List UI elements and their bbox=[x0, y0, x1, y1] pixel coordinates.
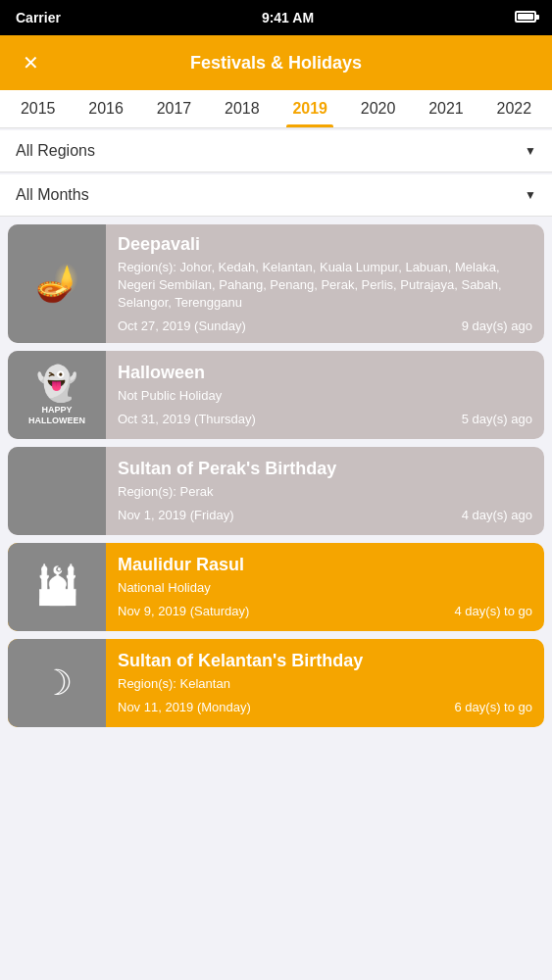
deepavali-region: Region(s): Johor, Kedah, Kelantan, Kuala… bbox=[118, 259, 532, 313]
deepavali-relative: 9 day(s) ago bbox=[462, 318, 532, 333]
kelantan-date: Nov 11, 2019 (Monday) bbox=[118, 700, 251, 714]
halloween-name: Halloween bbox=[118, 363, 532, 383]
maulidur-date: Nov 9, 2019 (Saturday) bbox=[118, 604, 249, 618]
month-dropdown-arrow: ▼ bbox=[525, 188, 536, 202]
halloween-icon: 👻 bbox=[36, 364, 77, 403]
maulidur-region: National Holiday bbox=[118, 579, 532, 597]
filters-section: All Regions ▼ All Months ▼ bbox=[0, 130, 552, 217]
holiday-list: 🪔 Deepavali Region(s): Johor, Kedah, Kel… bbox=[0, 217, 552, 743]
region-filter[interactable]: All Regions ▼ bbox=[0, 130, 552, 172]
page-title: Festivals & Holidays bbox=[45, 53, 507, 74]
halloween-image: 👻 HAPPYHALLOWEEN bbox=[8, 351, 106, 439]
app-header: ✕ Festivals & Holidays bbox=[0, 35, 552, 90]
perak-image bbox=[8, 447, 106, 535]
kelantan-name: Sultan of Kelantan's Birthday bbox=[118, 651, 532, 671]
perak-date-row: Nov 1, 2019 (Friday) 4 day(s) ago bbox=[118, 508, 532, 522]
region-filter-label: All Regions bbox=[16, 142, 95, 160]
year-tab-2020[interactable]: 2020 bbox=[355, 90, 402, 127]
year-tab-2017[interactable]: 2017 bbox=[151, 90, 198, 127]
region-dropdown-arrow: ▼ bbox=[525, 144, 536, 158]
maulidur-relative: 4 day(s) to go bbox=[455, 604, 533, 618]
list-item[interactable]: 🕌 Maulidur Rasul National Holiday Nov 9,… bbox=[8, 543, 544, 631]
battery-icon bbox=[515, 10, 536, 25]
perak-name: Sultan of Perak's Birthday bbox=[118, 459, 532, 479]
halloween-date-row: Oct 31, 2019 (Thursday) 5 day(s) ago bbox=[118, 412, 532, 426]
year-tabs: 2015 2016 2017 2018 2019 2020 2021 2022 bbox=[0, 90, 552, 128]
halloween-region: Not Public Holiday bbox=[118, 387, 532, 405]
halloween-text-overlay: HAPPYHALLOWEEN bbox=[28, 405, 85, 426]
perak-relative: 4 day(s) ago bbox=[462, 508, 532, 522]
deepavali-image: 🪔 bbox=[8, 224, 106, 343]
kelantan-info: Sultan of Kelantan's Birthday Region(s):… bbox=[106, 639, 544, 727]
month-filter-label: All Months bbox=[16, 186, 89, 204]
deepavali-info: Deepavali Region(s): Johor, Kedah, Kelan… bbox=[106, 224, 544, 343]
year-tab-2021[interactable]: 2021 bbox=[423, 90, 470, 127]
maulidur-info: Maulidur Rasul National Holiday Nov 9, 2… bbox=[106, 543, 544, 631]
list-item[interactable]: ☽ Sultan of Kelantan's Birthday Region(s… bbox=[8, 639, 544, 727]
year-tab-2016[interactable]: 2016 bbox=[82, 90, 129, 127]
time-label: 9:41 AM bbox=[61, 10, 515, 25]
deepavali-date: Oct 27, 2019 (Sunday) bbox=[118, 318, 246, 333]
year-tab-2018[interactable]: 2018 bbox=[219, 90, 266, 127]
carrier-label: Carrier bbox=[16, 10, 61, 25]
month-filter[interactable]: All Months ▼ bbox=[0, 174, 552, 217]
list-item[interactable]: 👻 HAPPYHALLOWEEN Halloween Not Public Ho… bbox=[8, 351, 544, 439]
halloween-date: Oct 31, 2019 (Thursday) bbox=[118, 412, 256, 426]
perak-date: Nov 1, 2019 (Friday) bbox=[118, 508, 234, 522]
deepavali-name: Deepavali bbox=[118, 234, 532, 255]
halloween-relative: 5 day(s) ago bbox=[462, 412, 532, 426]
list-item[interactable]: 🪔 Deepavali Region(s): Johor, Kedah, Kel… bbox=[8, 224, 544, 343]
maulidur-image: 🕌 bbox=[8, 543, 106, 631]
maulidur-icon: 🕌 bbox=[34, 564, 80, 611]
kelantan-region: Region(s): Kelantan bbox=[118, 675, 532, 693]
maulidur-date-row: Nov 9, 2019 (Saturday) 4 day(s) to go bbox=[118, 604, 532, 618]
list-item[interactable]: Sultan of Perak's Birthday Region(s): Pe… bbox=[8, 447, 544, 535]
maulidur-name: Maulidur Rasul bbox=[118, 555, 532, 575]
status-bar: Carrier 9:41 AM bbox=[0, 0, 552, 35]
year-tab-2015[interactable]: 2015 bbox=[15, 90, 62, 127]
kelantan-image: ☽ bbox=[8, 639, 106, 727]
kelantan-icon: ☽ bbox=[41, 662, 73, 704]
halloween-info: Halloween Not Public Holiday Oct 31, 201… bbox=[106, 351, 544, 439]
year-tab-2019[interactable]: 2019 bbox=[286, 90, 333, 127]
year-tab-2022[interactable]: 2022 bbox=[491, 90, 538, 127]
deepavali-date-row: Oct 27, 2019 (Sunday) 9 day(s) ago bbox=[118, 318, 532, 333]
close-button[interactable]: ✕ bbox=[16, 48, 45, 77]
kelantan-date-row: Nov 11, 2019 (Monday) 6 day(s) to go bbox=[118, 700, 532, 714]
kelantan-relative: 6 day(s) to go bbox=[455, 700, 533, 714]
perak-info: Sultan of Perak's Birthday Region(s): Pe… bbox=[106, 447, 544, 535]
perak-region: Region(s): Perak bbox=[118, 483, 532, 501]
deepavali-icon: 🪔 bbox=[35, 263, 79, 304]
